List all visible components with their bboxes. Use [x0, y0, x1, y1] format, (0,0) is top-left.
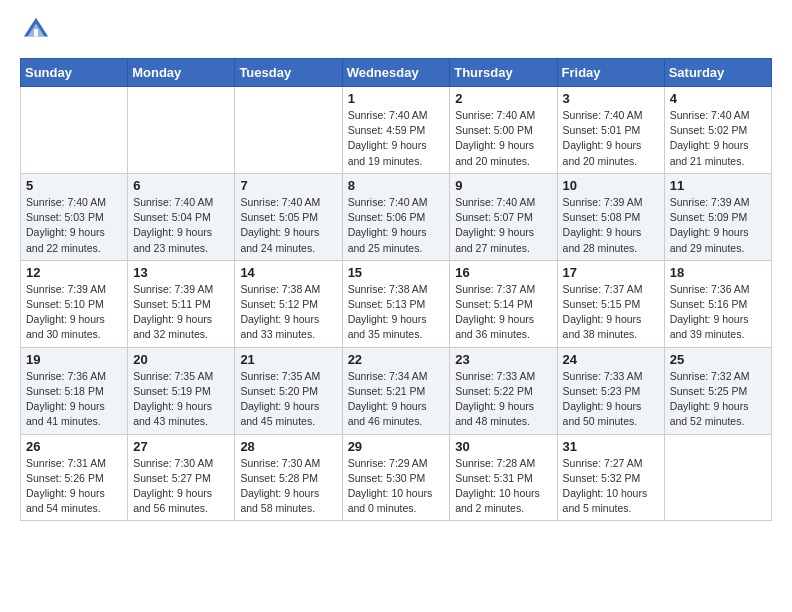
day-number: 12: [26, 265, 122, 280]
logo: [20, 16, 50, 48]
day-info: Sunrise: 7:36 AM Sunset: 5:18 PM Dayligh…: [26, 369, 122, 430]
calendar-cell: 8Sunrise: 7:40 AM Sunset: 5:06 PM Daylig…: [342, 173, 450, 260]
day-number: 20: [133, 352, 229, 367]
calendar-cell: 23Sunrise: 7:33 AM Sunset: 5:22 PM Dayli…: [450, 347, 557, 434]
calendar-week-5: 26Sunrise: 7:31 AM Sunset: 5:26 PM Dayli…: [21, 434, 772, 521]
calendar-cell: 19Sunrise: 7:36 AM Sunset: 5:18 PM Dayli…: [21, 347, 128, 434]
day-number: 26: [26, 439, 122, 454]
day-header-monday: Monday: [128, 59, 235, 87]
day-number: 10: [563, 178, 659, 193]
calendar-cell: 17Sunrise: 7:37 AM Sunset: 5:15 PM Dayli…: [557, 260, 664, 347]
calendar-cell: 1Sunrise: 7:40 AM Sunset: 4:59 PM Daylig…: [342, 87, 450, 174]
day-info: Sunrise: 7:40 AM Sunset: 5:07 PM Dayligh…: [455, 195, 551, 256]
day-info: Sunrise: 7:38 AM Sunset: 5:12 PM Dayligh…: [240, 282, 336, 343]
calendar-cell: 12Sunrise: 7:39 AM Sunset: 5:10 PM Dayli…: [21, 260, 128, 347]
calendar-cell: 6Sunrise: 7:40 AM Sunset: 5:04 PM Daylig…: [128, 173, 235, 260]
calendar-cell: 2Sunrise: 7:40 AM Sunset: 5:00 PM Daylig…: [450, 87, 557, 174]
calendar-table: SundayMondayTuesdayWednesdayThursdayFrid…: [20, 58, 772, 521]
day-header-thursday: Thursday: [450, 59, 557, 87]
calendar-cell: 29Sunrise: 7:29 AM Sunset: 5:30 PM Dayli…: [342, 434, 450, 521]
page-header: [20, 16, 772, 48]
day-info: Sunrise: 7:36 AM Sunset: 5:16 PM Dayligh…: [670, 282, 766, 343]
logo-icon: [22, 16, 50, 44]
day-header-wednesday: Wednesday: [342, 59, 450, 87]
calendar-cell: 15Sunrise: 7:38 AM Sunset: 5:13 PM Dayli…: [342, 260, 450, 347]
day-header-saturday: Saturday: [664, 59, 771, 87]
calendar-cell: [128, 87, 235, 174]
day-number: 25: [670, 352, 766, 367]
calendar-cell: 4Sunrise: 7:40 AM Sunset: 5:02 PM Daylig…: [664, 87, 771, 174]
day-number: 13: [133, 265, 229, 280]
calendar-week-3: 12Sunrise: 7:39 AM Sunset: 5:10 PM Dayli…: [21, 260, 772, 347]
day-info: Sunrise: 7:33 AM Sunset: 5:22 PM Dayligh…: [455, 369, 551, 430]
calendar-cell: 27Sunrise: 7:30 AM Sunset: 5:27 PM Dayli…: [128, 434, 235, 521]
day-info: Sunrise: 7:32 AM Sunset: 5:25 PM Dayligh…: [670, 369, 766, 430]
calendar-cell: [235, 87, 342, 174]
calendar-week-1: 1Sunrise: 7:40 AM Sunset: 4:59 PM Daylig…: [21, 87, 772, 174]
day-number: 8: [348, 178, 445, 193]
day-number: 23: [455, 352, 551, 367]
day-info: Sunrise: 7:30 AM Sunset: 5:27 PM Dayligh…: [133, 456, 229, 517]
calendar-cell: 28Sunrise: 7:30 AM Sunset: 5:28 PM Dayli…: [235, 434, 342, 521]
day-header-friday: Friday: [557, 59, 664, 87]
day-info: Sunrise: 7:30 AM Sunset: 5:28 PM Dayligh…: [240, 456, 336, 517]
day-number: 14: [240, 265, 336, 280]
day-number: 24: [563, 352, 659, 367]
day-number: 22: [348, 352, 445, 367]
day-info: Sunrise: 7:39 AM Sunset: 5:08 PM Dayligh…: [563, 195, 659, 256]
day-info: Sunrise: 7:28 AM Sunset: 5:31 PM Dayligh…: [455, 456, 551, 517]
calendar-cell: 20Sunrise: 7:35 AM Sunset: 5:19 PM Dayli…: [128, 347, 235, 434]
day-number: 15: [348, 265, 445, 280]
day-info: Sunrise: 7:35 AM Sunset: 5:19 PM Dayligh…: [133, 369, 229, 430]
day-number: 1: [348, 91, 445, 106]
day-info: Sunrise: 7:33 AM Sunset: 5:23 PM Dayligh…: [563, 369, 659, 430]
calendar-cell: [664, 434, 771, 521]
day-info: Sunrise: 7:39 AM Sunset: 5:09 PM Dayligh…: [670, 195, 766, 256]
day-info: Sunrise: 7:40 AM Sunset: 5:02 PM Dayligh…: [670, 108, 766, 169]
day-number: 17: [563, 265, 659, 280]
day-number: 30: [455, 439, 551, 454]
calendar-cell: 25Sunrise: 7:32 AM Sunset: 5:25 PM Dayli…: [664, 347, 771, 434]
calendar-week-2: 5Sunrise: 7:40 AM Sunset: 5:03 PM Daylig…: [21, 173, 772, 260]
day-number: 9: [455, 178, 551, 193]
day-number: 21: [240, 352, 336, 367]
day-info: Sunrise: 7:40 AM Sunset: 5:04 PM Dayligh…: [133, 195, 229, 256]
calendar-cell: 16Sunrise: 7:37 AM Sunset: 5:14 PM Dayli…: [450, 260, 557, 347]
calendar-cell: 24Sunrise: 7:33 AM Sunset: 5:23 PM Dayli…: [557, 347, 664, 434]
calendar-cell: 30Sunrise: 7:28 AM Sunset: 5:31 PM Dayli…: [450, 434, 557, 521]
day-info: Sunrise: 7:40 AM Sunset: 5:06 PM Dayligh…: [348, 195, 445, 256]
calendar-cell: 5Sunrise: 7:40 AM Sunset: 5:03 PM Daylig…: [21, 173, 128, 260]
calendar-cell: 31Sunrise: 7:27 AM Sunset: 5:32 PM Dayli…: [557, 434, 664, 521]
calendar-cell: [21, 87, 128, 174]
day-number: 31: [563, 439, 659, 454]
day-info: Sunrise: 7:40 AM Sunset: 5:03 PM Dayligh…: [26, 195, 122, 256]
calendar-cell: 21Sunrise: 7:35 AM Sunset: 5:20 PM Dayli…: [235, 347, 342, 434]
calendar-cell: 7Sunrise: 7:40 AM Sunset: 5:05 PM Daylig…: [235, 173, 342, 260]
day-header-sunday: Sunday: [21, 59, 128, 87]
calendar-cell: 3Sunrise: 7:40 AM Sunset: 5:01 PM Daylig…: [557, 87, 664, 174]
day-number: 2: [455, 91, 551, 106]
day-info: Sunrise: 7:40 AM Sunset: 4:59 PM Dayligh…: [348, 108, 445, 169]
day-header-tuesday: Tuesday: [235, 59, 342, 87]
calendar-cell: 14Sunrise: 7:38 AM Sunset: 5:12 PM Dayli…: [235, 260, 342, 347]
day-number: 19: [26, 352, 122, 367]
day-info: Sunrise: 7:38 AM Sunset: 5:13 PM Dayligh…: [348, 282, 445, 343]
day-info: Sunrise: 7:34 AM Sunset: 5:21 PM Dayligh…: [348, 369, 445, 430]
day-number: 7: [240, 178, 336, 193]
calendar-cell: 26Sunrise: 7:31 AM Sunset: 5:26 PM Dayli…: [21, 434, 128, 521]
day-number: 5: [26, 178, 122, 193]
day-number: 27: [133, 439, 229, 454]
day-info: Sunrise: 7:27 AM Sunset: 5:32 PM Dayligh…: [563, 456, 659, 517]
day-info: Sunrise: 7:37 AM Sunset: 5:14 PM Dayligh…: [455, 282, 551, 343]
day-info: Sunrise: 7:40 AM Sunset: 5:00 PM Dayligh…: [455, 108, 551, 169]
calendar-header-row: SundayMondayTuesdayWednesdayThursdayFrid…: [21, 59, 772, 87]
day-info: Sunrise: 7:37 AM Sunset: 5:15 PM Dayligh…: [563, 282, 659, 343]
day-info: Sunrise: 7:39 AM Sunset: 5:11 PM Dayligh…: [133, 282, 229, 343]
calendar-cell: 11Sunrise: 7:39 AM Sunset: 5:09 PM Dayli…: [664, 173, 771, 260]
day-number: 16: [455, 265, 551, 280]
day-info: Sunrise: 7:39 AM Sunset: 5:10 PM Dayligh…: [26, 282, 122, 343]
day-number: 18: [670, 265, 766, 280]
calendar-cell: 10Sunrise: 7:39 AM Sunset: 5:08 PM Dayli…: [557, 173, 664, 260]
calendar-cell: 18Sunrise: 7:36 AM Sunset: 5:16 PM Dayli…: [664, 260, 771, 347]
page-container: SundayMondayTuesdayWednesdayThursdayFrid…: [0, 0, 792, 531]
